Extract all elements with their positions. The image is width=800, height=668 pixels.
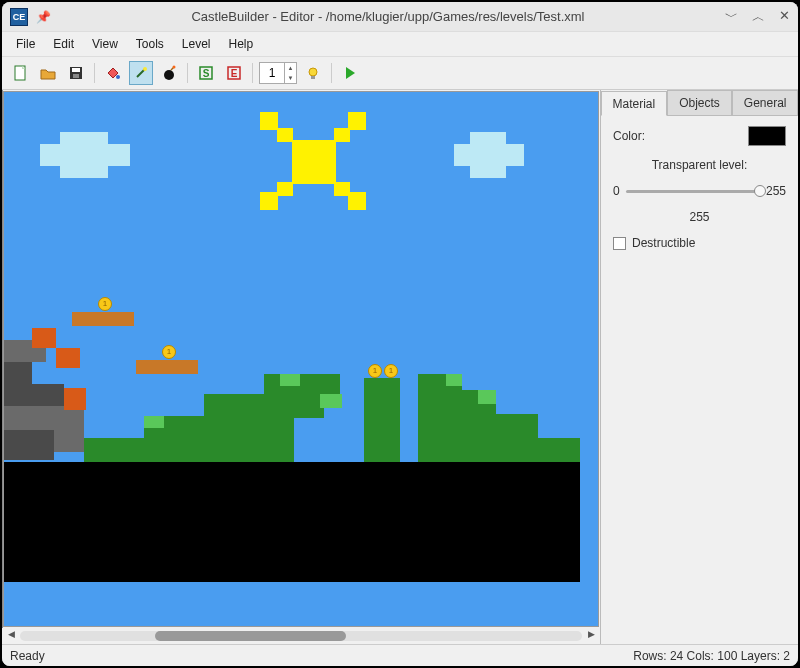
bomb-button[interactable] <box>157 61 181 85</box>
lava-block <box>64 388 86 410</box>
transparent-label: Transparent level: <box>613 158 786 172</box>
open-button[interactable] <box>36 61 60 85</box>
rock-block <box>4 362 32 384</box>
tab-general[interactable]: General <box>732 90 798 115</box>
play-button[interactable] <box>338 61 362 85</box>
grass-lite-block <box>144 416 164 428</box>
scroll-right-icon[interactable]: ▶ <box>584 629 598 643</box>
slider-min: 0 <box>613 184 620 198</box>
fill-button[interactable] <box>101 61 125 85</box>
grass-lite-block <box>478 390 496 404</box>
grass-block <box>144 416 294 440</box>
sun-ray <box>348 192 366 210</box>
maximize-button[interactable]: ︿ <box>752 8 765 26</box>
rock-block <box>4 430 54 460</box>
panel-tabs: Material Objects General <box>601 90 798 116</box>
ground-block <box>4 462 580 582</box>
material-panel: Color: Transparent level: 0 255 255 Dest… <box>601 116 798 260</box>
sun-ray <box>334 128 350 142</box>
coin-icon: 1 <box>368 364 382 378</box>
toolbar-separator <box>331 63 332 83</box>
svg-text:S: S <box>203 68 210 79</box>
sun-ray <box>348 112 366 130</box>
svg-point-4 <box>116 75 120 79</box>
svg-rect-3 <box>73 74 79 78</box>
app-window: CE 📌 CastleBuilder - Editor - /home/klug… <box>2 2 798 666</box>
tab-objects[interactable]: Objects <box>667 90 733 115</box>
menu-edit[interactable]: Edit <box>45 34 82 54</box>
content-area: 1 1 1 1 <box>2 90 798 644</box>
status-ready: Ready <box>10 649 45 663</box>
destructible-checkbox[interactable] <box>613 237 626 250</box>
app-icon: CE <box>10 8 28 26</box>
grass-block <box>418 438 580 462</box>
svg-rect-2 <box>72 68 80 72</box>
sun-ray <box>334 182 350 196</box>
window-title: CastleBuilder - Editor - /home/klugier/u… <box>59 9 717 24</box>
menu-tools[interactable]: Tools <box>128 34 172 54</box>
close-button[interactable]: ✕ <box>779 8 790 26</box>
svg-point-7 <box>164 70 174 80</box>
menu-help[interactable]: Help <box>221 34 262 54</box>
platform-block <box>72 312 134 326</box>
slider-thumb[interactable] <box>754 185 766 197</box>
toolbar-separator <box>187 63 188 83</box>
toolbar: S E ▲ ▼ <box>2 56 798 90</box>
horizontal-scrollbar[interactable]: ◀ ▶ <box>2 628 600 644</box>
coin-icon: 1 <box>384 364 398 378</box>
start-button[interactable]: S <box>194 61 218 85</box>
level-canvas[interactable]: 1 1 1 1 <box>3 91 599 627</box>
grass-block <box>418 414 538 440</box>
sun-ray <box>260 112 278 130</box>
lava-block <box>56 348 80 368</box>
sun-ray <box>277 182 293 196</box>
toolbar-separator <box>94 63 95 83</box>
toolbar-separator <box>252 63 253 83</box>
coin-icon: 1 <box>98 297 112 311</box>
minimize-button[interactable]: ﹀ <box>725 8 738 26</box>
menu-view[interactable]: View <box>84 34 126 54</box>
grass-lite-block <box>446 374 462 386</box>
platform-block <box>136 360 198 374</box>
svg-point-14 <box>309 68 317 76</box>
menubar: File Edit View Tools Level Help <box>2 32 798 56</box>
layer-spinbox[interactable]: ▲ ▼ <box>259 62 297 84</box>
statusbar: Ready Rows: 24 Cols: 100 Layers: 2 <box>2 644 798 666</box>
svg-point-9 <box>173 66 176 69</box>
bulb-button[interactable] <box>301 61 325 85</box>
save-button[interactable] <box>64 61 88 85</box>
layer-value[interactable] <box>260 66 284 80</box>
spin-up-icon[interactable]: ▲ <box>285 63 296 73</box>
scrollbar-track[interactable] <box>20 631 582 641</box>
rock-block <box>4 384 64 406</box>
destructible-label: Destructible <box>632 236 695 250</box>
window-controls: ﹀ ︿ ✕ <box>725 8 790 26</box>
transparent-slider[interactable]: 0 255 <box>613 184 786 198</box>
scroll-left-icon[interactable]: ◀ <box>4 629 18 643</box>
slider-max: 255 <box>766 184 786 198</box>
scrollbar-thumb[interactable] <box>155 631 346 641</box>
pin-icon[interactable]: 📌 <box>36 10 51 24</box>
cloud-block <box>60 166 108 178</box>
tab-material[interactable]: Material <box>601 91 667 116</box>
lava-block <box>32 328 56 348</box>
sun-ray <box>260 192 278 210</box>
svg-text:E: E <box>231 68 238 79</box>
coin-icon: 1 <box>162 345 176 359</box>
slider-track[interactable] <box>626 190 760 193</box>
cloud-block <box>60 132 108 144</box>
cloud-block <box>470 166 506 178</box>
end-button[interactable]: E <box>222 61 246 85</box>
spin-down-icon[interactable]: ▼ <box>285 73 296 83</box>
menu-file[interactable]: File <box>8 34 43 54</box>
side-panel: Material Objects General Color: Transpar… <box>601 90 798 644</box>
wand-button[interactable] <box>129 61 153 85</box>
menu-level[interactable]: Level <box>174 34 219 54</box>
sun-ray <box>277 128 293 142</box>
new-button[interactable] <box>8 61 32 85</box>
cloud-block <box>40 144 130 166</box>
color-label: Color: <box>613 129 645 143</box>
cloud-block <box>470 132 506 144</box>
color-swatch[interactable] <box>748 126 786 146</box>
svg-rect-15 <box>311 76 315 79</box>
